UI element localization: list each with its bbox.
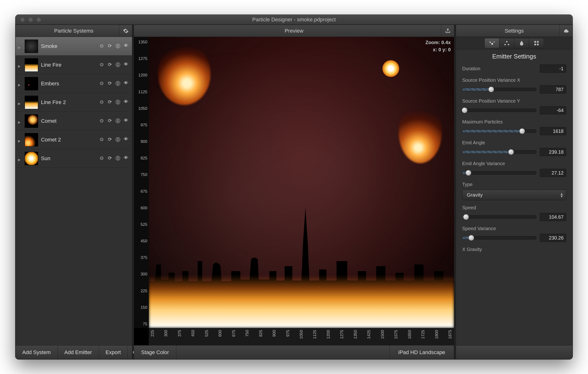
preview-canvas[interactable]: 1350127512001125105097590082575067560052…	[134, 37, 454, 345]
src-var-x-input[interactable]	[540, 85, 566, 94]
reload-icon[interactable]: ⟳	[107, 62, 112, 68]
disclosure-icon[interactable]: ▸	[18, 119, 22, 123]
emit-angle-slider[interactable]	[462, 150, 536, 154]
visibility-icon[interactable]: 👁	[123, 80, 129, 87]
system-row[interactable]: ▸ Comet ⊙ ⟳ ⓪ 👁	[16, 112, 132, 130]
target-icon[interactable]: ⊙	[99, 99, 104, 106]
reset-icon[interactable]: ⓪	[115, 99, 121, 106]
svg-rect-8	[534, 44, 536, 45]
system-row[interactable]: ▸ Sun ⊙ ⟳ ⓪ 👁	[16, 149, 132, 168]
target-icon[interactable]: ⊙	[99, 136, 104, 143]
speed-slider[interactable]	[462, 215, 536, 219]
fire-base	[149, 276, 454, 328]
system-row[interactable]: ▸ Line Fire 2 ⊙ ⟳ ⓪ 👁	[16, 93, 132, 112]
visibility-icon[interactable]: 👁	[123, 136, 129, 143]
preview-title: Preview	[285, 28, 303, 34]
reload-icon[interactable]: ⟳	[107, 80, 112, 87]
system-thumbnail	[25, 133, 38, 147]
close-icon[interactable]	[20, 17, 25, 22]
field-label: Emit Angle Variance	[462, 161, 505, 166]
src-var-y-input[interactable]	[540, 106, 566, 114]
reset-icon[interactable]: ⓪	[115, 62, 121, 68]
minimize-icon[interactable]	[28, 17, 33, 22]
zoom-readout: Zoom: 0.4x	[425, 39, 451, 46]
reload-icon[interactable]: ⟳	[107, 43, 112, 49]
target-icon[interactable]: ⊙	[99, 43, 104, 49]
reload-icon[interactable]: ⟳	[107, 155, 112, 161]
cloud-button[interactable]	[559, 25, 572, 37]
reset-icon[interactable]: ⓪	[115, 118, 121, 124]
reload-icon[interactable]: ⟳	[107, 136, 112, 143]
tab-emitter[interactable]	[484, 38, 499, 48]
titlebar[interactable]: Particle Designer - smoke.pdproject	[15, 15, 573, 25]
ruler-tick: 900	[272, 330, 277, 337]
src-var-y-slider[interactable]	[462, 109, 536, 112]
settings-scroll[interactable]: Duration Source Position Variance X Sour…	[456, 64, 572, 345]
ruler-tick: 300	[135, 272, 147, 277]
speed-var-input[interactable]	[540, 234, 566, 242]
add-emitter-button[interactable]: Add Emitter	[58, 345, 99, 359]
field-speed-var: Speed Variance	[462, 226, 566, 242]
disclosure-icon[interactable]: ▸	[18, 100, 22, 104]
nodes-icon	[504, 41, 509, 45]
reset-icon[interactable]: ⓪	[115, 155, 121, 161]
disclosure-icon[interactable]: ▸	[18, 157, 22, 160]
zoom-icon[interactable]	[36, 17, 41, 22]
src-var-x-slider[interactable]	[462, 88, 536, 91]
speed-input[interactable]	[540, 213, 566, 221]
ruler-tick: 675	[231, 330, 236, 337]
systems-settings-button[interactable]	[119, 25, 132, 37]
disclosure-icon[interactable]: ▸	[18, 63, 22, 67]
emit-angle-var-slider[interactable]	[462, 171, 536, 174]
window-title: Particle Designer - smoke.pdproject	[15, 17, 573, 23]
duration-input[interactable]	[540, 64, 566, 73]
target-icon[interactable]: ⊙	[99, 80, 104, 87]
emit-angle-var-input[interactable]	[540, 169, 566, 177]
system-row[interactable]: ▸ Line Fire ⊙ ⟳ ⓪ 👁	[16, 56, 132, 74]
field-speed: Speed	[462, 205, 566, 221]
gear-icon	[123, 28, 129, 34]
reload-icon[interactable]: ⟳	[107, 99, 112, 106]
visibility-icon[interactable]: 👁	[123, 99, 129, 106]
emit-angle-input[interactable]	[540, 148, 566, 156]
target-icon[interactable]: ⊙	[99, 62, 104, 68]
reset-icon[interactable]: ⓪	[115, 43, 121, 49]
disclosure-icon[interactable]: ▸	[18, 82, 22, 85]
speed-var-slider[interactable]	[462, 236, 536, 239]
reset-icon[interactable]: ⓪	[115, 136, 121, 143]
type-select[interactable]: Gravity ▴▾	[462, 190, 566, 200]
tab-behavior[interactable]	[499, 38, 514, 48]
export-button[interactable]: Export	[99, 345, 128, 359]
system-row[interactable]: ▸ Smoke ⊙ ⟳ ⓪ 👁	[16, 37, 132, 56]
ruler-tick: 1275	[135, 56, 147, 61]
visibility-icon[interactable]: 👁	[123, 62, 129, 68]
reset-icon[interactable]: ⓪	[115, 80, 121, 87]
visibility-icon[interactable]: 👁	[123, 43, 129, 49]
system-row[interactable]: ▸ Comet 2 ⊙ ⟳ ⓪ 👁	[16, 130, 132, 149]
target-icon[interactable]: ⊙	[99, 155, 104, 161]
svg-point-5	[508, 44, 509, 45]
system-row[interactable]: ▸ Embers ⊙ ⟳ ⓪ 👁	[16, 74, 132, 93]
tab-texture[interactable]	[529, 38, 544, 48]
ruler-tick: 1125	[313, 330, 317, 339]
target-icon[interactable]: ⊙	[99, 118, 104, 124]
stage-color-button[interactable]: Stage Color	[134, 345, 176, 359]
add-system-button[interactable]: Add System	[16, 345, 58, 359]
ruler-tick: 525	[135, 222, 147, 227]
ruler-tick: 225	[150, 330, 155, 337]
share-button[interactable]	[441, 25, 454, 37]
max-particles-slider[interactable]	[462, 129, 536, 133]
tab-color[interactable]	[514, 38, 529, 48]
field-label: Source Position Variance X	[462, 77, 520, 83]
ruler-tick: 675	[135, 189, 147, 194]
visibility-icon[interactable]: 👁	[123, 118, 129, 124]
reload-icon[interactable]: ⟳	[107, 118, 112, 124]
max-particles-input[interactable]	[540, 127, 566, 135]
field-type: Type Gravity ▴▾	[462, 182, 566, 200]
disclosure-icon[interactable]: ▸	[18, 138, 22, 142]
visibility-icon[interactable]: 👁	[123, 155, 129, 161]
disclosure-icon[interactable]: ▸	[18, 44, 22, 48]
ruler-tick: 1275	[339, 330, 344, 339]
device-preset-button[interactable]: iPad HD Landscape	[390, 345, 454, 359]
system-row-actions: ⊙ ⟳ ⓪ 👁	[99, 118, 129, 124]
